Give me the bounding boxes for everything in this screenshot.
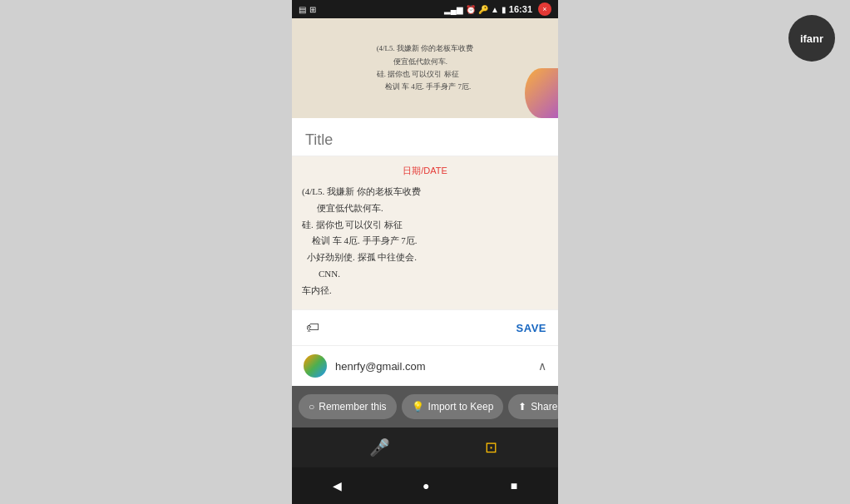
close-button[interactable]: × — [538, 2, 551, 16]
remember-icon: ○ — [309, 401, 314, 413]
share-button[interactable]: ⬆ Share — [508, 394, 558, 419]
remember-this-button[interactable]: ○ Remember this — [299, 394, 397, 419]
status-bar: ▤ ⊞ ▂▄▆ ⏰ 🔑 ▲ ▮ 16:31 × — [292, 0, 558, 18]
key-icon: 🔑 — [478, 5, 488, 14]
title-section — [292, 118, 558, 156]
share-label: Share — [531, 401, 557, 413]
note-card: 日期/DATE (4/L5. 我嫌新 你的老板车收费 便宜低代款何车. 硅. 据… — [292, 118, 558, 386]
recents-button[interactable]: ■ — [511, 479, 517, 492]
account-email: henrfy@gmail.com — [335, 360, 426, 373]
hw-line-5: 小好劲别使. 探孤 中往使会. — [302, 250, 421, 266]
image-icon: ⊞ — [309, 5, 316, 14]
label-icon[interactable]: 🏷 — [304, 319, 322, 337]
handwriting-preview-text: (4/L5. 我嫌新 你的老板车收费 便宜低代款何车. 硅. 据你也 可以仪引 … — [367, 32, 484, 103]
hw-line-2: 便宜低代款何车. — [302, 200, 421, 217]
chevron-up-icon[interactable]: ∧ — [538, 359, 546, 373]
handwriting-lines: (4/L5. 我嫌新 你的老板车收费 便宜低代款何车. 硅. 据你也 可以仪引 … — [302, 184, 421, 299]
import-to-keep-button[interactable]: 💡 Import to Keep — [402, 394, 504, 419]
status-bar-left-icons: ▤ ⊞ — [299, 5, 316, 14]
card-actions-bar: 🏷 SAVE — [292, 309, 558, 345]
phone-frame: ▤ ⊞ ▂▄▆ ⏰ 🔑 ▲ ▮ 16:31 × (4/L5. 我嫌新 你的老板车… — [292, 0, 558, 504]
keep-icon: 💡 — [412, 401, 424, 413]
ifanr-logo: ifanr — [788, 15, 835, 62]
system-nav-bar: ◀ ● ■ — [292, 467, 558, 504]
back-button[interactable]: ◀ — [333, 479, 342, 492]
action-buttons-bar: ○ Remember this 💡 Import to Keep ⬆ Share — [292, 386, 558, 427]
handwriting-content-area: 日期/DATE (4/L5. 我嫌新 你的老板车收费 便宜低代款何车. 硅. 据… — [292, 156, 558, 309]
handwriting-background-preview: (4/L5. 我嫌新 你的老板车收费 便宜低代款何车. 硅. 据你也 可以仪引 … — [292, 18, 558, 118]
save-button[interactable]: SAVE — [516, 322, 546, 334]
assistant-bar: 🎤 ⊡ — [292, 427, 558, 467]
logo-text: ifanr — [800, 32, 823, 45]
battery-icon: ▮ — [502, 5, 507, 14]
account-row: henrfy@gmail.com ∧ — [292, 345, 558, 386]
import-keep-label: Import to Keep — [428, 401, 494, 413]
share-icon: ⬆ — [518, 401, 526, 413]
scan-icon[interactable]: ⊡ — [485, 438, 497, 457]
status-bar-right: ▂▄▆ ⏰ 🔑 ▲ ▮ 16:31 × — [444, 2, 551, 16]
account-avatar — [304, 354, 327, 378]
hw-line-6: CNN. — [302, 266, 421, 283]
clock-icon: ⏰ — [466, 5, 476, 14]
microphone-icon[interactable]: 🎤 — [369, 437, 390, 457]
wifi-icon: ▲ — [491, 5, 499, 14]
hw-line-4: 检训 车 4厄. 手手身产 7厄. — [302, 233, 421, 250]
hw-line-7: 车内径. — [302, 283, 421, 299]
time-display: 16:31 — [509, 4, 532, 14]
message-icon: ▤ — [299, 5, 306, 14]
account-info: henrfy@gmail.com — [304, 354, 426, 378]
color-blob-decoration — [525, 68, 558, 118]
hw-line-1: (4/L5. 我嫌新 你的老板车收费 — [302, 184, 421, 200]
hw-line-3: 硅. 据你也 可以仪引 标征 — [302, 217, 421, 234]
date-label: 日期/DATE — [403, 165, 447, 177]
remember-label: Remember this — [319, 401, 386, 413]
home-button[interactable]: ● — [423, 479, 429, 492]
title-input[interactable] — [305, 131, 545, 149]
signal-bars-icon: ▂▄▆ — [444, 5, 463, 14]
